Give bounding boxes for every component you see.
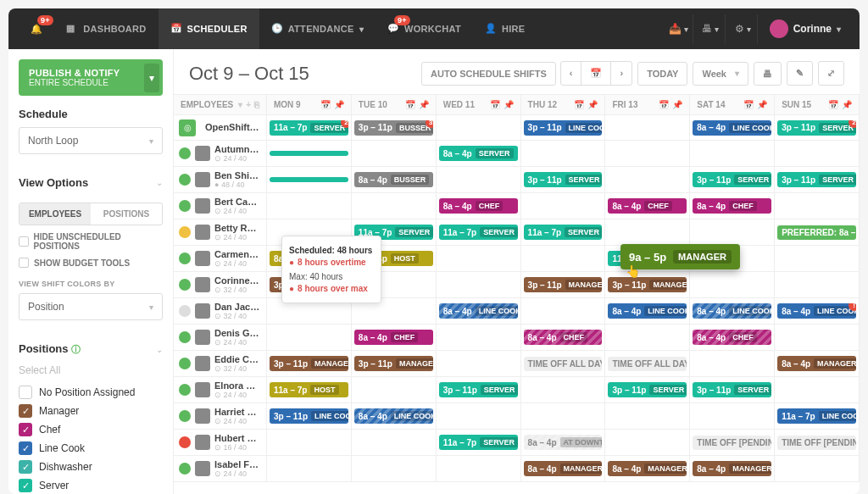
shift-block[interactable]: 8a – 4pCHEF bbox=[524, 330, 603, 345]
show-budget[interactable]: SHOW BUDGET TOOLS bbox=[19, 258, 163, 268]
day-cell[interactable]: 3p – 11pMANAGER bbox=[605, 272, 690, 297]
shift-block[interactable]: 8a – 4pCHEF bbox=[693, 198, 771, 214]
position-item[interactable]: No Position Assigned bbox=[19, 383, 163, 402]
day-cell[interactable]: 3p – 11pSERVER bbox=[437, 377, 521, 402]
shift-block[interactable]: 3p – 11pSERVER bbox=[524, 172, 603, 187]
shift-block[interactable]: 8a – 4pLINE COOK! bbox=[777, 303, 856, 319]
top-inbox[interactable]: 📥▾ bbox=[665, 14, 693, 43]
shift-block[interactable]: 8a – 4pCHEF bbox=[354, 330, 433, 345]
day-cell[interactable]: 8a – 4pMANAGER bbox=[521, 456, 606, 481]
employee-cell[interactable]: Isabel Foster⊙ 24 / 40 bbox=[174, 456, 267, 481]
day-cell[interactable] bbox=[605, 403, 690, 429]
day-cell[interactable] bbox=[521, 377, 606, 402]
colorsby-select[interactable]: Position▾ bbox=[19, 293, 163, 320]
help-icon[interactable]: ⓘ bbox=[71, 344, 81, 354]
day-cell[interactable] bbox=[437, 272, 521, 297]
shift-block[interactable]: 8a – 4pMANAGER bbox=[608, 461, 687, 476]
day-cell[interactable]: 3p – 11pSERVER bbox=[690, 167, 775, 192]
nav-workchat[interactable]: 💬WORKCHAT9+ bbox=[376, 8, 473, 49]
day-cell[interactable] bbox=[690, 272, 775, 297]
day-cell[interactable] bbox=[605, 430, 690, 455]
shift-block[interactable]: 8a – 4pAT DOWNTO bbox=[524, 435, 603, 450]
nav-hire[interactable]: 👤HIRE bbox=[473, 8, 537, 49]
top-print[interactable]: 🖶▾ bbox=[697, 14, 726, 43]
day-cell[interactable]: 8a – 4pCHEF bbox=[605, 193, 690, 219]
top-settings[interactable]: ⚙▾ bbox=[729, 14, 758, 43]
checkbox[interactable] bbox=[19, 386, 32, 399]
day-cell[interactable]: 8a – 4pMANAGER bbox=[690, 456, 775, 481]
nav-bell[interactable]: 🔔 9+ bbox=[19, 8, 54, 49]
day-cell[interactable]: 3p – 11pMANAGER bbox=[352, 351, 437, 376]
shift-block[interactable]: PREFERRED: 8a – 4p bbox=[777, 225, 856, 240]
day-cell[interactable]: 11a – 7pLINE COOK bbox=[775, 403, 860, 429]
day-cell[interactable] bbox=[690, 403, 775, 429]
employee-cell[interactable]: Eddie Combs⊙ 32 / 40 bbox=[174, 351, 267, 376]
day-cell[interactable] bbox=[775, 141, 860, 166]
day-cell[interactable] bbox=[437, 403, 521, 429]
day-cell[interactable] bbox=[352, 141, 437, 166]
fullscreen-button[interactable]: ⤢ bbox=[818, 61, 844, 86]
today-button[interactable]: TODAY bbox=[637, 62, 687, 86]
day-cell[interactable]: 11a – 7pHOST bbox=[267, 377, 352, 402]
employee-cell[interactable]: Denis Gillespie⊙ 24 / 40 bbox=[174, 325, 267, 350]
day-cell[interactable] bbox=[521, 246, 606, 271]
position-item[interactable]: ✓Server bbox=[19, 476, 163, 494]
day-cell[interactable]: 8a – 4pCHEF bbox=[352, 325, 437, 350]
shift-block[interactable]: 11a – 7pLINE COOK bbox=[777, 408, 856, 424]
shift-block[interactable]: 3p – 11pMANAGER bbox=[608, 277, 687, 292]
shift-block[interactable]: 3p – 11pLINE COOK bbox=[524, 120, 603, 136]
copy-icon[interactable]: ⎘ bbox=[254, 100, 259, 109]
shift-block[interactable]: 11a – 7pSERVER bbox=[439, 225, 518, 240]
day-cell[interactable] bbox=[267, 141, 352, 166]
employee-cell[interactable]: Harriet Roberts⊙ 24 / 40 bbox=[174, 403, 267, 429]
day-cell[interactable] bbox=[605, 167, 690, 192]
day-cell[interactable]: 8a – 4pLINE COOK bbox=[690, 115, 775, 140]
day-cell[interactable]: 3p – 11pSERVER bbox=[690, 377, 775, 402]
position-item[interactable]: ✓Chef bbox=[19, 420, 163, 439]
day-cell[interactable] bbox=[437, 351, 521, 376]
employee-cell[interactable]: Ben Shield…● 48 / 40 bbox=[174, 167, 267, 192]
day-cell[interactable]: TIME OFF ALL DAY bbox=[521, 351, 606, 376]
day-cell[interactable] bbox=[267, 430, 352, 455]
employee-cell[interactable]: Dan Jackson⊙ 32 / 40 bbox=[174, 298, 267, 324]
shift-block[interactable]: 11a – 7pSERVER bbox=[524, 225, 603, 240]
print-button[interactable]: 🖶 bbox=[754, 62, 782, 86]
day-cell[interactable] bbox=[521, 403, 606, 429]
shift-block[interactable]: 8a – 4pLINE COOK bbox=[439, 303, 518, 319]
shift-block[interactable]: 11a – 7pHOST bbox=[270, 382, 348, 397]
shift-block[interactable]: 3p – 11pSERVER bbox=[693, 172, 771, 187]
shift-block[interactable]: 3p – 11pMANAGER bbox=[524, 277, 603, 292]
employee-cell[interactable]: Bert Castro⊙ 24 / 40 bbox=[174, 193, 267, 219]
checkbox[interactable]: ✓ bbox=[19, 479, 32, 492]
day-cell[interactable]: 3p – 11pMANAGER bbox=[521, 272, 606, 297]
day-cell[interactable] bbox=[437, 456, 521, 481]
shift-block[interactable]: 8a – 4pLINE COOK bbox=[354, 408, 433, 424]
employee-cell[interactable]: Corinne Garris…⊙ 32 / 40 bbox=[174, 272, 267, 297]
shift-block[interactable]: 11a – 7pSERVER2 bbox=[270, 120, 348, 136]
hide-unscheduled[interactable]: HIDE UNSCHEDULED POSITIONS bbox=[19, 232, 163, 251]
select-all[interactable]: Select All bbox=[19, 363, 163, 378]
checkbox[interactable]: ✓ bbox=[19, 423, 32, 436]
day-cell[interactable]: 11a – 7pSERVER bbox=[437, 430, 521, 455]
day-cell[interactable] bbox=[437, 246, 521, 271]
edit-button[interactable]: ✎ bbox=[787, 61, 813, 86]
employee-cell[interactable]: Elnora Blevins⊙ 24 / 40 bbox=[174, 377, 267, 402]
day-cell[interactable] bbox=[605, 141, 690, 166]
shift-block[interactable]: TIME OFF ALL DAY bbox=[524, 357, 603, 371]
day-cell[interactable] bbox=[521, 141, 606, 166]
day-cell[interactable] bbox=[775, 325, 860, 350]
tab-employees[interactable]: EMPLOYEES bbox=[19, 203, 91, 225]
day-cell[interactable]: 11a – 7pSERVER bbox=[437, 219, 521, 245]
day-cell[interactable]: 8a – 4pLINE COOK bbox=[437, 298, 521, 324]
chevron-down-icon[interactable]: ▾ bbox=[144, 64, 159, 92]
plus-icon[interactable]: + bbox=[246, 100, 251, 109]
day-cell[interactable]: 8a – 4pMANAGER bbox=[775, 351, 860, 376]
day-cell[interactable] bbox=[775, 456, 860, 481]
checkbox[interactable]: ✓ bbox=[19, 460, 32, 474]
shift-block[interactable]: 8a – 4pCHEF bbox=[693, 330, 771, 345]
day-cell[interactable] bbox=[437, 325, 521, 350]
day-cell[interactable] bbox=[605, 115, 690, 140]
shift-block[interactable]: TIME OFF [PENDING bbox=[777, 436, 856, 450]
day-cell[interactable] bbox=[521, 298, 606, 324]
day-cell[interactable]: 8a – 4pCHEF bbox=[521, 325, 606, 350]
